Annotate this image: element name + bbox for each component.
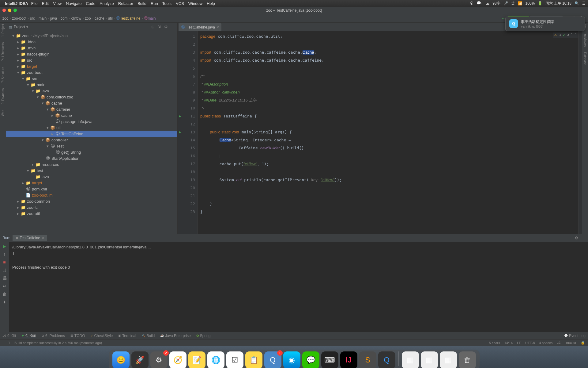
- tree-row[interactable]: ▸📁target: [6, 63, 177, 69]
- notification-popup[interactable]: Q 李宁活动稳定性保障 yannikliu: [666]: [505, 17, 585, 31]
- expand-icon[interactable]: ▾: [26, 168, 30, 173]
- status-lang[interactable]: 英: [511, 1, 515, 6]
- dock-sublime[interactable]: S: [359, 351, 376, 368]
- minimize-window-button[interactable]: [8, 9, 11, 12]
- crumb[interactable]: java: [50, 16, 57, 21]
- status-branch[interactable]: ⎇ master: [557, 341, 576, 345]
- tree-row[interactable]: ▾📦controller: [6, 137, 177, 143]
- expand-icon[interactable]: ▾: [21, 76, 25, 81]
- status-record-icon[interactable]: ⦿: [470, 1, 473, 6]
- toggle-toolwindows-icon[interactable]: ◻: [7, 341, 10, 345]
- more-button[interactable]: ✦: [3, 300, 6, 305]
- menu-tools[interactable]: Tools: [162, 1, 172, 6]
- menu-refactor[interactable]: Refactor: [118, 1, 133, 6]
- dock-reminders[interactable]: ☑: [226, 351, 243, 368]
- dock-finder[interactable]: 😊: [112, 351, 130, 368]
- panel-title[interactable]: Project: [14, 25, 25, 29]
- btab-checkstyle[interactable]: ✓CheckStyle: [91, 334, 113, 338]
- status-cc-icon[interactable]: ☰: [582, 1, 586, 6]
- crumb[interactable]: src: [30, 16, 35, 21]
- expand-icon[interactable]: ⇲: [158, 25, 161, 29]
- expand-icon[interactable]: ▾: [45, 125, 50, 130]
- hide-icon[interactable]: —: [579, 236, 586, 240]
- menu-navigate[interactable]: Navigate: [66, 1, 81, 6]
- tree-row[interactable]: ▸📁zoo-lc: [6, 204, 177, 210]
- dock-quicktime[interactable]: Q: [378, 351, 395, 368]
- expand-icon[interactable]: ▸: [16, 205, 20, 210]
- tree-row[interactable]: ▸📁nacos-plugin: [6, 51, 177, 57]
- crumb[interactable]: zoo-boot: [12, 16, 26, 21]
- close-window-button[interactable]: [2, 9, 6, 12]
- run-tab[interactable]: ■ TestCaffeine ×: [13, 235, 47, 241]
- expand-icon[interactable]: ▾: [40, 101, 45, 105]
- project-tree[interactable]: ▾📁zoo~/MyselfProjects/zoo▸📁.idea▸📁.mvn▸📁…: [6, 31, 177, 234]
- tree-row[interactable]: 📄zoo-boot.iml: [6, 192, 177, 198]
- tw-structure[interactable]: 7: Structure: [1, 67, 5, 83]
- expand-icon[interactable]: ▾: [16, 70, 20, 75]
- chevron-down-icon[interactable]: ˅: [575, 33, 576, 37]
- btab-jee[interactable]: ☕Java Enterprise: [160, 334, 190, 338]
- lock-icon[interactable]: 🔒: [581, 341, 585, 345]
- status-indent[interactable]: 4 spaces: [539, 341, 552, 345]
- tree-row[interactable]: ▾📦util: [6, 125, 177, 131]
- expand-icon[interactable]: ▾: [26, 82, 30, 87]
- tree-row[interactable]: ▾ⒸTest: [6, 143, 177, 149]
- expand-icon[interactable]: ▸: [31, 162, 35, 167]
- status-mic-icon[interactable]: 🎤: [503, 1, 508, 6]
- dock-launchpad[interactable]: 🚀: [131, 351, 149, 368]
- expand-icon[interactable]: ▾: [36, 95, 40, 99]
- menu-file[interactable]: File: [31, 1, 38, 6]
- dock-trash[interactable]: 🗑: [459, 351, 476, 368]
- expand-icon[interactable]: ▾: [31, 89, 35, 93]
- btab-terminal[interactable]: ▣Terminal: [118, 334, 136, 338]
- app-name[interactable]: IntelliJ IDEA: [5, 1, 28, 6]
- btab-eventlog[interactable]: 💬Event Log: [564, 334, 586, 338]
- dock-safari[interactable]: 🧭: [169, 351, 187, 368]
- tree-row[interactable]: ▾📁main: [6, 82, 177, 88]
- tw-project[interactable]: 1: Project: [1, 24, 5, 37]
- menu-window[interactable]: Window: [188, 1, 202, 6]
- status-input-icon[interactable]: 98字: [492, 1, 500, 6]
- dock-wechat[interactable]: 💬: [302, 351, 319, 368]
- chevron-up-icon[interactable]: ˄: [571, 33, 573, 37]
- run-gutter-icon[interactable]: ▶: [178, 112, 183, 120]
- menu-vcs[interactable]: VCS: [176, 1, 184, 6]
- status-line-ending[interactable]: LF: [517, 341, 521, 345]
- tree-row[interactable]: ▸📦cache: [6, 112, 177, 118]
- inspection-badge[interactable]: ⚠3 ✓3 ˄˅: [553, 33, 578, 38]
- expand-icon[interactable]: ▸: [16, 199, 20, 204]
- tree-row[interactable]: ▸📁zoo-common: [6, 198, 177, 204]
- btab-build[interactable]: 🔨Build: [142, 334, 155, 338]
- zoom-window-button[interactable]: [13, 9, 17, 12]
- wrap-button[interactable]: ↩: [3, 284, 6, 289]
- btab-problems[interactable]: ⊘6: Problems: [42, 334, 65, 338]
- crumb[interactable]: zoo: [2, 16, 8, 21]
- btab-run[interactable]: ▶4: Run: [22, 333, 36, 338]
- expand-icon[interactable]: ▸: [16, 40, 20, 44]
- dock-stickies[interactable]: 📋: [245, 351, 262, 368]
- editor-tab[interactable]: Ⓒ TestCaffeine.java ×: [179, 23, 221, 31]
- crumb[interactable]: com: [61, 16, 68, 21]
- run-gutter-icon[interactable]: ▶: [178, 128, 183, 136]
- dock-chrome[interactable]: 🌐: [207, 351, 224, 368]
- tree-row[interactable]: ▸📁.mvn: [6, 45, 177, 51]
- tw-pull-requests[interactable]: Pull Requests: [1, 42, 5, 61]
- menu-run[interactable]: Run: [151, 1, 158, 6]
- tree-row[interactable]: ▾📦com.cliffcw.zoo: [6, 94, 177, 100]
- tree-row[interactable]: ⓙpackage-info.java: [6, 118, 177, 125]
- expand-icon[interactable]: ▸: [16, 64, 20, 69]
- status-spotlight-icon[interactable]: 🔍: [575, 1, 579, 6]
- expand-icon[interactable]: ▾: [45, 107, 50, 112]
- tree-row[interactable]: ▾📁test: [6, 167, 177, 174]
- dock-window2[interactable]: ▦: [421, 351, 438, 368]
- expand-icon[interactable]: ▸: [16, 211, 20, 216]
- up-button[interactable]: ↑: [3, 252, 6, 257]
- tree-row[interactable]: ▾📁zoo-boot: [6, 69, 177, 75]
- menu-analyze[interactable]: Analyze: [100, 1, 114, 6]
- status-position[interactable]: 14:14: [504, 341, 513, 345]
- tree-row[interactable]: 📁java: [6, 174, 177, 180]
- hide-icon[interactable]: —: [171, 25, 175, 29]
- status-wechat-icon[interactable]: 💬1: [477, 1, 483, 6]
- tree-row[interactable]: ▸📁src: [6, 57, 177, 63]
- tree-row[interactable]: ▾📦caffeine: [6, 106, 177, 112]
